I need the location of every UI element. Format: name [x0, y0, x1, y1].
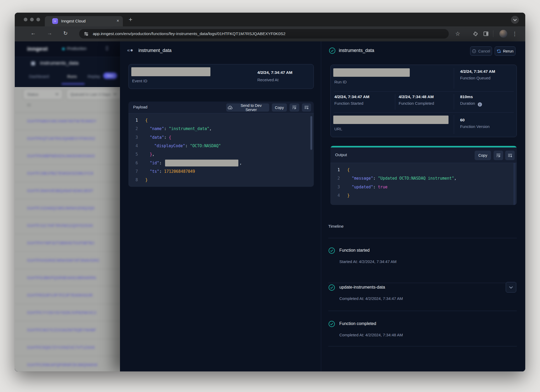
version-label: Function Version [460, 124, 490, 129]
extensions-puzzle-icon[interactable] [472, 31, 478, 37]
tab-search-chevron[interactable] [511, 16, 519, 24]
profile-avatar[interactable] [499, 30, 507, 38]
code-line: 3"updated": true [330, 183, 517, 191]
run-id-link[interactable]: 01HTFC5QG7ZYVXNZVC7VT1Z4X6 [15, 339, 120, 356]
time-range-filter-label: Queued in Last 3 Days [70, 92, 111, 97]
tab-dashboard[interactable]: Dashboard [29, 74, 49, 79]
timeline-item-subtitle: Completed At: 4/2/2024, 7:34:47 AM [339, 296, 403, 301]
run-id-link[interactable]: 01HTFHXGR0CWNHSWY8T3NAVGRC [15, 252, 120, 269]
env-selector[interactable]: Production [67, 46, 86, 51]
run-details-card: Run ID 4/2/24, 7:34:47 AM Function Queue… [330, 65, 517, 137]
chevron-down-icon [113, 93, 117, 95]
run-id-link[interactable]: 01HTFCR9KAPQP0R6PZK3MQNMX8 [15, 356, 120, 371]
url-label: URL [334, 127, 342, 131]
inngest-logo[interactable]: inngest [27, 46, 48, 52]
payload-scrollbar-thumb[interactable] [310, 116, 312, 150]
traffic-light-close[interactable] [24, 18, 27, 21]
payload-title: Payload [133, 105, 147, 109]
code-line: 5}, [128, 150, 314, 159]
run-id-link[interactable]: 01HTFJ1DA6Q238SJWNH1E9Q2Q0 [15, 199, 120, 217]
run-id-link[interactable]: 01HTFCYY2GYGYGDKJVP82NKXC2 [15, 304, 120, 321]
time-range-filter[interactable]: Queued in Last 3 Days [66, 89, 122, 99]
output-code: 1{2"message": "Updated OCTO:NASDAQ instr… [330, 163, 517, 205]
browser-menu-dots-icon[interactable]: ⋮ [512, 31, 518, 37]
received-at-value: 4/2/24, 7:34:47 AM [257, 70, 292, 75]
timeline-item-subtitle: Started At: 4/2/2024, 7:34:47 AM [339, 259, 397, 264]
rerun-button[interactable]: Rerun [495, 46, 515, 56]
url-redacted [333, 116, 449, 124]
run-id-link[interactable]: 01HTFJ3B1PBZ7EWGK5Z086JYC8 [15, 165, 120, 182]
tab-replay[interactable]: Replay [88, 74, 100, 79]
output-expand-button[interactable] [505, 151, 515, 160]
card-divider [334, 112, 514, 113]
run-id-link[interactable]: 01HTFKQT1M7RSJQABEXYF0K0S2 [15, 130, 120, 147]
reload-icon[interactable]: ↻ [63, 30, 68, 36]
tab-strip: ⠶ Inngest Cloud × + [15, 13, 525, 26]
chevron-down-icon [55, 93, 59, 95]
timeline-divider [328, 346, 517, 346]
browser-tab[interactable]: ⠶ Inngest Cloud × [45, 16, 123, 26]
cancel-circle-icon [472, 49, 476, 53]
send-to-dev-server-button[interactable]: Send to Dev Server [226, 103, 269, 112]
payload-expand-button[interactable] [302, 103, 311, 112]
card-divider [334, 91, 514, 92]
cancel-button[interactable]: Cancel [470, 46, 492, 56]
rerun-label: Rerun [503, 49, 514, 53]
bookmark-star-icon[interactable]: ☆ [455, 31, 461, 37]
timeline-expand-button[interactable] [506, 282, 516, 293]
run-id-link[interactable]: 01HTFKMBPMD0ZAJ4AG04KD3A02 [15, 147, 120, 165]
function-version-cell: 60 Function Version [460, 118, 490, 129]
traffic-light-minimize[interactable] [30, 18, 34, 21]
function-square-icon [31, 61, 35, 65]
output-scrollbar-track[interactable] [513, 163, 515, 205]
site-settings-icon[interactable] [83, 31, 89, 37]
run-id-label: Run ID [334, 80, 347, 84]
payload-wrap-button[interactable] [290, 103, 299, 112]
timeline-item-title: Function completed [339, 321, 376, 326]
rerun-refresh-icon [497, 49, 501, 53]
output-copy-button[interactable]: Copy [475, 151, 491, 160]
received-at-label: Received At [257, 78, 278, 82]
check-circle-icon [329, 47, 336, 54]
cloud-download-icon [228, 106, 233, 109]
url-bar[interactable]: app.inngest.com/env/production/functions… [79, 29, 449, 39]
page-content: inngest Production instruments_data Dash… [15, 41, 525, 371]
payload-copy-button[interactable]: Copy [272, 103, 287, 112]
id-column-header: ID [27, 103, 31, 107]
card-divider [454, 94, 454, 110]
info-icon[interactable]: i [478, 102, 482, 107]
payload-header: Payload Send to Dev Server Copy [128, 102, 314, 113]
code-line: 1{ [330, 166, 517, 174]
code-line: 6"id": , [128, 159, 314, 167]
back-icon[interactable]: ← [31, 30, 36, 36]
tab-close-icon[interactable]: × [117, 18, 119, 23]
redacted-value [165, 160, 238, 166]
new-tab-button[interactable]: + [129, 16, 132, 23]
traffic-light-zoom[interactable] [36, 18, 40, 21]
run-id-link[interactable]: 01HTFN86XV8CXW8765TW7E3WDY [15, 112, 120, 130]
browser-toolbar: ← → ↻ app.inngest.com/env/production/fun… [15, 26, 525, 41]
env-status-dot [62, 48, 65, 50]
output-wrap-button[interactable] [494, 151, 503, 160]
run-id-link[interactable]: 01HTFJ1C7HF7RVN011Q3YD2S3X [15, 217, 120, 234]
forward-icon[interactable]: → [47, 30, 52, 36]
code-line: 4"displayCode": "OCTO:NASDAQ" [128, 142, 314, 150]
run-id-link[interactable]: 01HTFJ94HVE0BQ49AF4DM13E9T [15, 182, 120, 199]
env-selector-caret-icon[interactable] [105, 46, 109, 51]
tab-runs[interactable]: Runs [67, 74, 77, 79]
run-title: instruments_data [339, 48, 374, 53]
run-id-link[interactable]: 01HTFEG3FVJP7FZJP7EA5KN3JR [15, 286, 120, 304]
event-title: instrument_data [138, 48, 172, 53]
function-title: instruments_data [40, 60, 79, 66]
run-id-link[interactable]: 01HTFHYWF32TSB9HGT01F5BTBJ [15, 234, 120, 252]
run-id-link[interactable]: 01HTFCW27CZ2X3AZM75QEYNH8F [15, 321, 120, 339]
duration-cell: 810ms Duration i [460, 94, 482, 107]
status-filter[interactable]: Status [23, 89, 62, 99]
run-id-redacted [333, 68, 410, 77]
function-completed-cell: 4/2/24, 7:34:48 AM Function Completed [399, 94, 434, 106]
run-id-link[interactable]: 01HTFG3BKPQSR9E4A910BRARRN [15, 269, 120, 286]
runs-tab-indicator [61, 83, 85, 84]
send-to-dev-server-label: Send to Dev Server [235, 103, 268, 112]
runs-list-sidebar: inngest Production instruments_data Dash… [15, 41, 120, 371]
side-panel-icon[interactable] [483, 31, 489, 37]
